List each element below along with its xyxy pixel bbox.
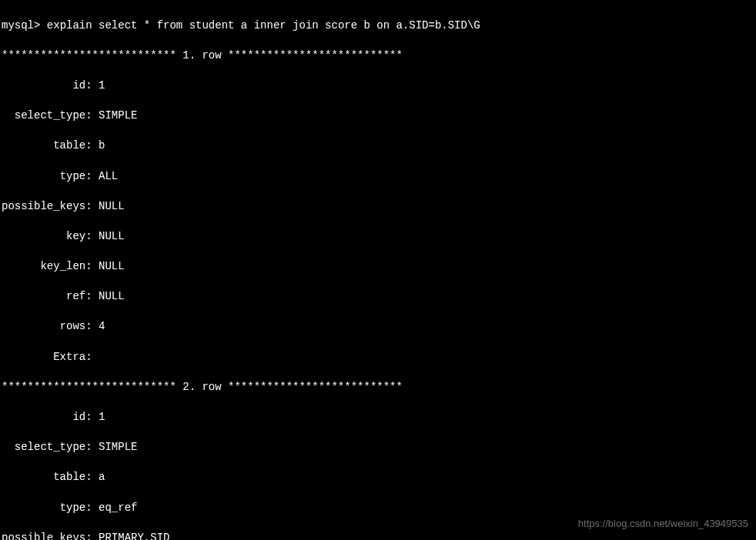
- explain-row-1-id: id: 1: [2, 78, 754, 94]
- explain-row-2-possible-keys: possible_keys: PRIMARY,SID: [2, 531, 754, 540]
- explain-row-1-key: key: NULL: [2, 229, 754, 245]
- explain-row-2-select-type: select_type: SIMPLE: [2, 440, 754, 455]
- terminal-output: mysql> explain select * from student a i…: [0, 0, 756, 540]
- explain-command: explain select * from student a inner jo…: [47, 19, 480, 32]
- explain-row-1-extra: Extra:: [2, 350, 754, 365]
- explain-row-2-type: type: eq_ref: [2, 501, 754, 516]
- mysql-prompt: mysql>: [2, 19, 40, 32]
- explain-row-1-ref: ref: NULL: [2, 289, 754, 305]
- row-separator-2: *************************** 2. row *****…: [2, 380, 754, 395]
- row-separator-1: *************************** 1. row *****…: [2, 48, 754, 64]
- explain-row-2-id: id: 1: [2, 410, 754, 425]
- explain-row-1-key-len: key_len: NULL: [2, 259, 754, 275]
- explain-row-1-rows: rows: 4: [2, 319, 754, 335]
- explain-row-2-table: table: a: [2, 470, 754, 485]
- watermark-text: https://blog.csdn.net/weixin_43949535: [578, 517, 748, 531]
- explain-row-1-table: table: b: [2, 138, 754, 154]
- command-line-1[interactable]: mysql> explain select * from student a i…: [2, 18, 754, 34]
- explain-row-1-type: type: ALL: [2, 169, 754, 185]
- explain-row-1-possible-keys: possible_keys: NULL: [2, 199, 754, 215]
- explain-row-1-select-type: select_type: SIMPLE: [2, 108, 754, 124]
